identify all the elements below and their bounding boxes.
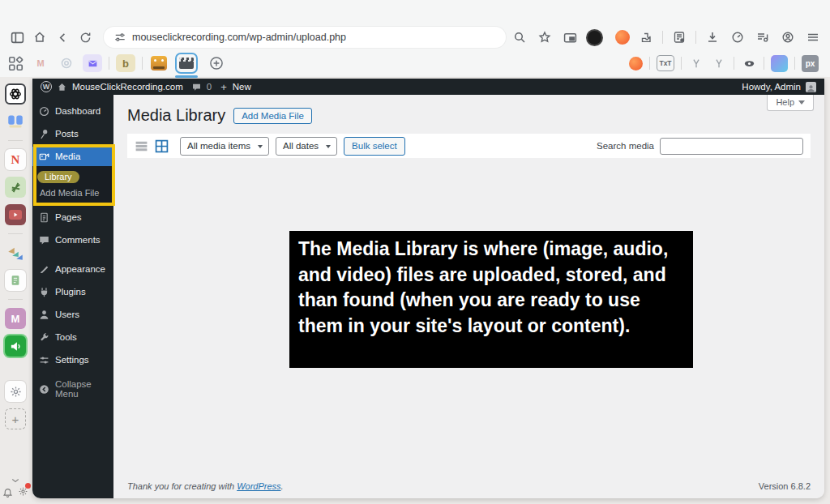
add-media-file-button[interactable]: Add Media File bbox=[233, 108, 312, 124]
media-type-filter-select[interactable]: All media items bbox=[180, 137, 269, 156]
wp-footer: Thank you for creating with WordPress. V… bbox=[127, 481, 811, 491]
wordpress-link[interactable]: WordPress bbox=[237, 481, 280, 491]
pinned-tab-mail[interactable] bbox=[83, 54, 102, 72]
submenu-item-add-media-file[interactable]: Add Media File bbox=[32, 185, 113, 199]
bookmark-star-icon[interactable] bbox=[536, 28, 554, 46]
green-doc-app-icon[interactable] bbox=[5, 270, 26, 291]
comments-bubble-icon[interactable] bbox=[192, 83, 201, 92]
dock-divider bbox=[8, 233, 23, 234]
wordpress-logo-icon[interactable]: W bbox=[41, 81, 52, 92]
sidebar-item-users[interactable]: Users bbox=[32, 305, 113, 324]
grid-view-icon[interactable] bbox=[155, 139, 169, 153]
add-app-icon[interactable]: + bbox=[5, 408, 26, 429]
url-bar[interactable]: mouseclickrecording.com/wp-admin/upload.… bbox=[104, 27, 506, 48]
extensions-puzzle-icon[interactable] bbox=[637, 28, 655, 46]
pages-icon bbox=[39, 212, 49, 223]
sidebar-item-appearance[interactable]: Appearance bbox=[32, 259, 113, 279]
sidebar-item-settings[interactable]: Settings bbox=[32, 350, 113, 369]
appearance-brush-icon bbox=[39, 264, 49, 275]
sidebar-item-tools[interactable]: Tools bbox=[32, 327, 113, 347]
browser-chrome: mouseclickrecording.com/wp-admin/upload.… bbox=[0, 0, 830, 77]
sidebar-item-pages[interactable]: Pages bbox=[32, 207, 113, 227]
site-home-icon[interactable] bbox=[58, 83, 66, 92]
performance-gauge-icon[interactable] bbox=[729, 28, 747, 46]
notifications-bell-icon[interactable] bbox=[2, 488, 13, 498]
new-tab-icon[interactable] bbox=[208, 54, 225, 72]
help-button[interactable]: Help bbox=[767, 95, 814, 111]
sidebar-item-comments[interactable]: Comments bbox=[32, 230, 113, 250]
sidebar-item-posts[interactable]: Posts bbox=[32, 124, 113, 143]
app-dock: N M + bbox=[0, 77, 31, 504]
account-icon[interactable] bbox=[779, 28, 797, 46]
dashboard-icon bbox=[39, 106, 49, 117]
search-media-input[interactable] bbox=[660, 138, 803, 155]
back-icon[interactable] bbox=[53, 28, 71, 46]
wand-ext-icon-1[interactable] bbox=[688, 55, 704, 71]
divider bbox=[109, 57, 109, 70]
divider bbox=[649, 57, 650, 70]
pinned-tab-ring[interactable] bbox=[57, 54, 76, 72]
divider bbox=[662, 31, 663, 44]
site-permissions-icon[interactable] bbox=[113, 32, 126, 44]
canva-ext-icon[interactable] bbox=[771, 55, 788, 72]
date-filter-select[interactable]: All dates bbox=[276, 137, 337, 156]
site-name-link[interactable]: MouseClickRecording.com bbox=[72, 82, 183, 92]
sidebar-item-dashboard[interactable]: Dashboard bbox=[32, 101, 113, 121]
comment-count[interactable]: 0 bbox=[207, 82, 212, 92]
wand-ext-icon-2[interactable] bbox=[711, 55, 727, 71]
green-scribble-app-icon[interactable] bbox=[5, 177, 26, 198]
video-player-app-icon[interactable] bbox=[5, 204, 26, 225]
plugins-plug-icon bbox=[39, 287, 49, 297]
reading-list-icon[interactable] bbox=[670, 28, 688, 46]
chatgpt-app-icon[interactable] bbox=[5, 83, 26, 105]
picture-in-picture-icon[interactable] bbox=[561, 28, 579, 46]
new-content-link[interactable]: New bbox=[233, 82, 251, 92]
home-icon[interactable] bbox=[31, 28, 49, 46]
chevron-down-icon[interactable] bbox=[11, 477, 20, 484]
media-queue-icon[interactable] bbox=[754, 28, 772, 46]
tutorial-note-overlay: The Media Library is where (image, audio… bbox=[289, 231, 693, 368]
pinned-tab-b[interactable]: b bbox=[116, 54, 135, 72]
orange-ext-icon[interactable] bbox=[629, 57, 643, 70]
howdy-text[interactable]: Howdy, Admin bbox=[742, 82, 801, 92]
divider bbox=[681, 57, 682, 70]
posts-pin-icon bbox=[39, 129, 49, 139]
n-app-icon[interactable]: N bbox=[5, 149, 26, 170]
zoom-icon[interactable] bbox=[511, 28, 528, 46]
reload-icon[interactable] bbox=[76, 28, 94, 46]
desktop: mouseclickrecording.com/wp-admin/upload.… bbox=[0, 0, 830, 504]
extension-orange-icon[interactable] bbox=[615, 30, 630, 45]
divider bbox=[142, 57, 143, 70]
profile-avatar-dark[interactable] bbox=[586, 29, 603, 46]
media-submenu: Library Add Media File bbox=[32, 166, 113, 204]
menu-icon[interactable] bbox=[804, 28, 822, 46]
txt-ext-icon[interactable]: TxT bbox=[657, 55, 674, 71]
workspaces-grid-icon[interactable] bbox=[6, 54, 24, 72]
wordpress-admin-window: W MouseClickRecording.com 0 + New Howdy,… bbox=[32, 79, 824, 498]
pinned-tab-m[interactable]: M bbox=[31, 54, 50, 72]
speaker-app-icon[interactable] bbox=[5, 335, 26, 357]
divider bbox=[764, 57, 764, 70]
eye-ext-icon[interactable] bbox=[741, 55, 757, 71]
sidebar-item-media[interactable]: Media bbox=[32, 147, 113, 166]
sidebar-toggle-icon[interactable] bbox=[8, 28, 26, 46]
admin-avatar[interactable] bbox=[806, 82, 816, 92]
px-ext-icon[interactable]: px bbox=[802, 55, 819, 72]
menu-gap bbox=[32, 373, 113, 379]
pinned-tab-strip: M b T bbox=[0, 51, 830, 75]
bulk-select-button[interactable]: Bulk select bbox=[344, 137, 405, 156]
sidebar-item-collapse-menu[interactable]: Collapse Menu bbox=[32, 379, 113, 399]
m-app-icon[interactable]: M bbox=[5, 308, 26, 329]
blue-folders-app-icon[interactable] bbox=[5, 111, 26, 132]
pinned-tab-robot[interactable] bbox=[149, 54, 169, 72]
page-title-row: Media Library Add Media File bbox=[127, 106, 824, 125]
submenu-item-library[interactable]: Library bbox=[37, 171, 79, 183]
settings-app-icon[interactable] bbox=[5, 381, 26, 402]
sidebar-item-plugins[interactable]: Plugins bbox=[32, 282, 113, 301]
download-icon[interactable] bbox=[704, 28, 721, 46]
list-view-icon[interactable] bbox=[135, 139, 148, 153]
pinned-tab-clapper-active[interactable] bbox=[175, 53, 198, 74]
plus-icon[interactable]: + bbox=[220, 81, 227, 93]
shapes-app-icon[interactable] bbox=[5, 242, 26, 263]
settings-gear-icon[interactable] bbox=[18, 485, 28, 500]
